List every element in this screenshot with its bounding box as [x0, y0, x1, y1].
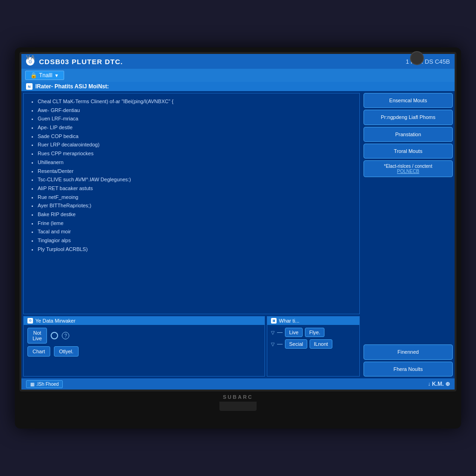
- section-header: N IRater- Phatits ASiJ MoiNst:: [21, 82, 455, 91]
- flye-button[interactable]: Flye.: [305, 328, 324, 337]
- list-item: Tsc-CLIVE such AVM^.IAW Deglegunes:): [38, 175, 354, 184]
- what-panel-body: ▽ — Live Flye. ▽ — Secial ILnont: [267, 325, 359, 351]
- live-button[interactable]: Live: [285, 328, 303, 337]
- right-sidebar: Ensemcal Mouts Pr:ngpdeng Liafl Phoms Pr…: [362, 91, 455, 378]
- what-panel-header: ▣ Whar ti...: [267, 317, 359, 325]
- secial-button[interactable]: Secial: [285, 339, 307, 349]
- radio-input[interactable]: [51, 332, 58, 339]
- screen-brand: SUBARC: [223, 394, 253, 400]
- what-panel-icon: ▣: [271, 318, 277, 324]
- section-header-text: IRater- Phatits ASiJ MoiNst:: [35, 83, 109, 90]
- list-item: Ply Turplool ACRBLS): [38, 245, 354, 254]
- sidebar-btn-4[interactable]: Troral Mouts: [364, 144, 453, 159]
- chart-button[interactable]: Chart: [27, 346, 50, 357]
- sidebar-btn-3[interactable]: Pranstation: [364, 127, 453, 142]
- list-item: Bake RIP destke: [38, 210, 354, 219]
- special-btn-link[interactable]: POLNECB: [369, 169, 448, 174]
- data-panel-row1: Not Live ?: [27, 328, 261, 344]
- status-bar: ▦ .lSh Fhoed ↓ K.M. ⊕: [21, 378, 455, 390]
- data-panel-title: Ye Data Mirwaker: [35, 318, 75, 324]
- what-panel-title: Whar ti...: [279, 318, 299, 324]
- sidebar-btn-1[interactable]: Ensemcal Mouts: [364, 93, 453, 108]
- status-btn-label: .lSh Fhoed: [36, 382, 59, 387]
- list-item: Ayer BITTheRapriotes;): [38, 201, 354, 210]
- monitor-stand: [219, 402, 257, 411]
- bottom-panels: ⚙ Ye Data Mirwaker Not Live: [23, 316, 360, 377]
- what-dash-1: —: [277, 329, 283, 336]
- what-dash-2: —: [277, 341, 283, 347]
- list-item: Ruer LRP decalarointedog): [38, 140, 354, 149]
- list-item: Cheal CLT MaK-Terms Clinent) of-ar "lBei…: [38, 97, 354, 106]
- dropdown-arrow-icon: ▼: [54, 73, 59, 78]
- monitor-brand-label: VA: [26, 54, 36, 61]
- list-item: Resenta/Denter: [38, 167, 354, 176]
- left-content: Cheal CLT MaK-Terms Clinent) of-ar "lBei…: [21, 91, 362, 378]
- sidebar-bottom: Finenned Fhera Noults: [364, 344, 453, 377]
- toolbar: 🔒 Tnalll ▼: [21, 69, 455, 82]
- sidebar-special-btn[interactable]: *Elact-rislces / conctent POLNECB: [364, 160, 453, 177]
- list-item: Tacal and moir: [38, 227, 354, 236]
- other-button[interactable]: Otlyel.: [54, 346, 79, 357]
- special-btn-top-text: *Elact-rislces / conctent: [369, 164, 448, 169]
- sidebar-btn-2[interactable]: Pr:ngpdeng Liafl Phoms: [364, 110, 453, 125]
- what-arrow-1: ▽: [271, 330, 275, 335]
- screen: ⊙ CDSB03 PLUTER DTC. 1 PBR DS C45B 🔒 Tna…: [20, 52, 456, 391]
- sidebar-btn-fhera[interactable]: Fhera Noults: [364, 362, 453, 377]
- list-item: Ape- LIP destle: [38, 123, 354, 132]
- list-item: Awe- GRF-dentiau: [38, 106, 354, 115]
- toolbar-main-button[interactable]: 🔒 Tnalll ▼: [25, 71, 64, 80]
- list-item: Rues CPP merapriockes: [38, 149, 354, 158]
- content-panel: Cheal CLT MaK-Terms Clinent) of-ar "lBei…: [23, 93, 360, 314]
- what-row-1: ▽ — Live Flye.: [271, 328, 356, 337]
- sidebar-btn-finenned[interactable]: Finenned: [364, 344, 453, 359]
- list-item: AliP RET bacaker astuts: [38, 184, 354, 193]
- data-panel-header: ⚙ Ye Data Mirwaker: [24, 317, 264, 325]
- what-row-2: ▽ — Secial ILnont: [271, 339, 356, 349]
- list-item: Uhilleanern: [38, 158, 354, 167]
- data-panel-body: Not Live ? Chart Otlyel.: [24, 325, 264, 376]
- toolbar-lock-icon: 🔒: [30, 72, 37, 79]
- title-bar-text: CDSB03 PLUTER DTC.: [39, 58, 401, 66]
- monitor-bezel: VA ⊙ CDSB03 PLUTER DTC. 1 PBR DS C45B 🔒 …: [15, 47, 461, 429]
- main-area: Cheal CLT MaK-Terms Clinent) of-ar "lBei…: [21, 91, 455, 378]
- what-arrow-2: ▽: [271, 342, 275, 347]
- list-item: Rue netF_meoing: [38, 193, 354, 202]
- data-panel: ⚙ Ye Data Mirwaker Not Live: [23, 316, 265, 377]
- not-live-button[interactable]: Not Live: [27, 328, 47, 344]
- webcam: [410, 51, 424, 65]
- what-panel: ▣ Whar ti... ▽ — Live Flye.: [267, 316, 360, 377]
- title-bar: ⊙ CDSB03 PLUTER DTC. 1 PBR DS C45B: [21, 54, 455, 69]
- list-item: Tinglagior alps: [38, 236, 354, 245]
- section-header-icon: N: [26, 83, 33, 90]
- list-item: Frine (leme: [38, 219, 354, 228]
- data-panel-row2: Chart Otlyel.: [27, 346, 261, 357]
- content-list: Cheal CLT MaK-Terms Clinent) of-ar "lBei…: [29, 97, 354, 253]
- list-item: Sade COP bedica: [38, 132, 354, 141]
- help-icon[interactable]: ?: [62, 332, 69, 339]
- status-btn-icon: ▦: [30, 382, 34, 387]
- data-panel-icon: ⚙: [27, 318, 33, 324]
- ilnont-button[interactable]: ILnont: [310, 339, 332, 349]
- status-bar-right: ↓ K.M. ⊕: [428, 381, 450, 387]
- list-item: Guen LRF-mriaca: [38, 114, 354, 123]
- status-bar-button[interactable]: ▦ .lSh Fhoed: [26, 380, 63, 388]
- monitor-base: [192, 411, 284, 416]
